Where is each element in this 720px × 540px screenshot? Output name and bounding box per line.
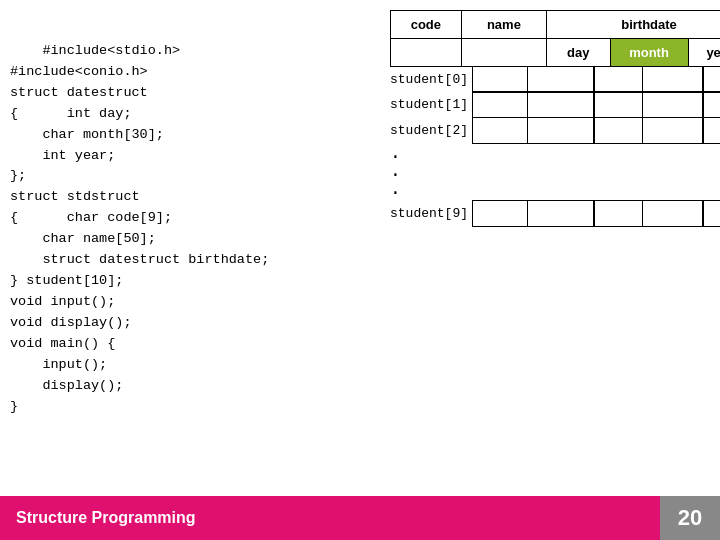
th-birthdate: birthdate (547, 11, 720, 39)
code-line-17: display(); (10, 378, 123, 393)
cell-s9-day (593, 200, 643, 227)
cell-s9-name (527, 200, 595, 227)
cell-s1-year (702, 91, 720, 118)
code-line-1: #include<stdio.h> (42, 43, 180, 58)
th-code: code (391, 11, 462, 39)
code-line-10: char name[50]; (10, 231, 156, 246)
th-name: name (461, 11, 546, 39)
student-label-1: student[1] (390, 97, 472, 112)
dots-row-3: . (390, 180, 720, 198)
student-label-9: student[9] (390, 206, 472, 221)
student-label-2: student[2] (390, 123, 472, 138)
code-line-5: char month[30]; (10, 127, 164, 142)
code-line-4: { int day; (10, 106, 132, 121)
code-line-7: }; (10, 168, 26, 183)
code-line-16: input(); (10, 357, 107, 372)
code-line-13: void input(); (10, 294, 115, 309)
right-section: code name birthdate day month year stude… (380, 10, 720, 490)
code-section: #include<stdio.h> #include<conio.h> stru… (10, 10, 380, 490)
cell-s1-code (472, 91, 528, 118)
code-line-9: { char code[9]; (10, 210, 172, 225)
code-line-8: struct stdstruct (10, 189, 140, 204)
code-line-18: } (10, 399, 18, 414)
cell-s2-name (527, 117, 595, 144)
cell-s1-day (593, 91, 643, 118)
dots-row-1: . (390, 144, 720, 162)
cell-s0-year (702, 66, 720, 93)
page-number: 20 (678, 505, 702, 531)
main-content: #include<stdio.h> #include<conio.h> stru… (0, 0, 720, 490)
dot-label-2: . (390, 162, 472, 180)
code-line-12: } student[10]; (10, 273, 123, 288)
code-line-11: struct datestruct birthdate; (10, 252, 269, 267)
th-code-sub (391, 39, 462, 67)
student-row-2: student[2] (390, 117, 720, 144)
dot-label-1: . (390, 144, 472, 162)
cell-s0-name (527, 66, 595, 93)
code-line-6: int year; (10, 148, 115, 163)
cell-s9-month (642, 200, 704, 227)
main-table: code name birthdate day month year (390, 10, 720, 67)
th-day: day (547, 39, 610, 67)
student-row-0: student[0] (390, 66, 720, 93)
th-year: year (688, 39, 720, 67)
footer-left: Structure Programming (0, 496, 660, 540)
dots-row-2: . (390, 162, 720, 180)
student-row-9: student[9] (390, 200, 720, 227)
cell-s1-name (527, 91, 595, 118)
cell-s1-month (642, 91, 704, 118)
dot-label-3: . (390, 180, 472, 198)
footer: Structure Programming 20 (0, 496, 720, 540)
th-name-sub (461, 39, 546, 67)
cell-s2-month (642, 117, 704, 144)
th-month: month (610, 39, 688, 67)
student-label-0: student[0] (390, 72, 472, 87)
footer-title: Structure Programming (16, 509, 196, 527)
footer-page: 20 (660, 496, 720, 540)
cell-s2-code (472, 117, 528, 144)
code-line-3: struct datestruct (10, 85, 148, 100)
student-row-1: student[1] (390, 91, 720, 118)
code-line-15: void main() { (10, 336, 115, 351)
cell-s2-day (593, 117, 643, 144)
cell-s2-year (702, 117, 720, 144)
cell-s0-day (593, 66, 643, 93)
cell-s9-code (472, 200, 528, 227)
code-line-14: void display(); (10, 315, 132, 330)
cell-s9-year (702, 200, 720, 227)
cell-s0-month (642, 66, 704, 93)
cell-s0-code (472, 66, 528, 93)
code-line-2: #include<conio.h> (10, 64, 148, 79)
